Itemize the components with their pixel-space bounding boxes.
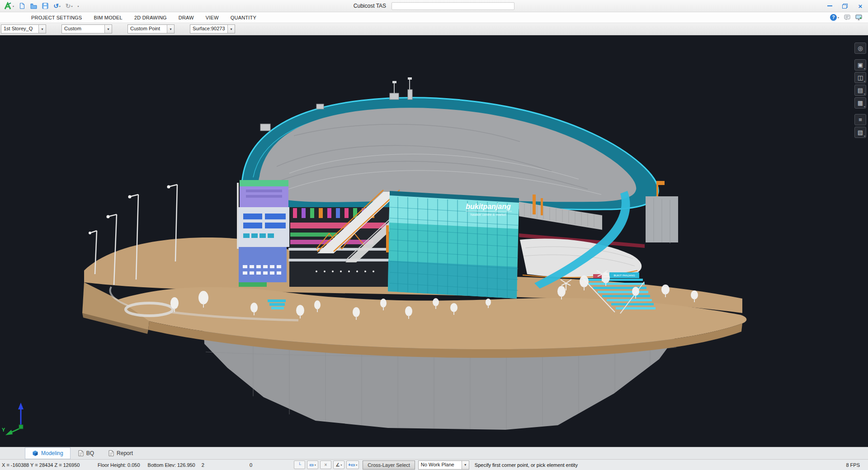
ortho-icon: └ bbox=[298, 462, 301, 467]
view-tools-group: ▣ ▾ ◫ ▾ ▤ ▾ ▦ ▾ bbox=[854, 59, 866, 109]
surface-select-value: Surface:90273 bbox=[190, 25, 227, 33]
new-file-icon bbox=[19, 3, 25, 9]
surface-select[interactable]: Surface:90273 ▾ bbox=[190, 24, 235, 33]
orbit-icon: ◎ bbox=[858, 45, 863, 52]
redo-icon: ↻ bbox=[66, 3, 71, 9]
tab-bq-label: BQ bbox=[86, 450, 94, 456]
save-floppy-icon bbox=[42, 3, 48, 9]
minimize-icon bbox=[827, 5, 832, 6]
new-file-button[interactable] bbox=[19, 2, 26, 9]
building-sign-title: bukitpanjang bbox=[466, 203, 511, 210]
customize-toolbar-button[interactable]: ▾ bbox=[77, 4, 80, 8]
visual-style-button[interactable]: ▤ ▾ bbox=[854, 85, 866, 96]
app-menu-button[interactable]: ▾ bbox=[3, 1, 14, 10]
coord-input-icon: +▭ bbox=[348, 462, 355, 467]
tab-modeling-label: Modeling bbox=[41, 450, 63, 456]
glass-facade: bukitpanjang hawker centre & market bbox=[386, 191, 519, 299]
tab-modeling[interactable]: Modeling bbox=[25, 447, 71, 459]
help-icon: ? bbox=[830, 14, 837, 21]
snap-toggle-button[interactable]: × bbox=[320, 461, 331, 469]
work-plane-select[interactable]: No Work Plane ▾ bbox=[418, 461, 469, 470]
tab-report-label: Report bbox=[117, 450, 133, 456]
storey-select[interactable]: 1st Storey_Q ▾ bbox=[1, 24, 46, 33]
view-cube-button[interactable]: ▣ ▾ bbox=[854, 59, 866, 71]
building-roof bbox=[242, 77, 658, 209]
chevron-down-icon: ▾ bbox=[340, 463, 342, 466]
chevron-down-icon: ▾ bbox=[864, 134, 865, 138]
building-left-tower bbox=[237, 180, 289, 287]
element-panel-button[interactable]: ▧ ▾ bbox=[854, 127, 866, 138]
redo-button[interactable]: ↻ ▾ bbox=[65, 2, 73, 9]
quick-access-toolbar: ▾ ↺ bbox=[0, 1, 80, 10]
open-file-button[interactable] bbox=[30, 3, 38, 9]
axis-y-label: Y bbox=[2, 427, 5, 432]
chevron-down-icon: ▾ bbox=[13, 5, 14, 8]
orbit-view-button[interactable]: ◎ bbox=[854, 43, 866, 54]
context-toolbar: 1st Storey_Q ▾ Custom ▾ Custom Point ▾ S… bbox=[0, 23, 868, 35]
chevron-down-icon[interactable]: ▾ bbox=[227, 25, 235, 33]
stairs-sign-label: BUKIT PANJANG bbox=[613, 274, 635, 277]
tab-bq[interactable]: BQ bbox=[71, 447, 101, 459]
restore-icon bbox=[842, 4, 848, 9]
app-logo-icon bbox=[3, 2, 12, 10]
snap-off-icon: × bbox=[325, 462, 327, 467]
element-select-value: Custom bbox=[62, 25, 104, 33]
undo-button[interactable]: ↺ ▾ bbox=[53, 2, 61, 9]
menu-view[interactable]: VIEW bbox=[200, 12, 225, 23]
ortho-mode-button[interactable]: └ bbox=[294, 461, 305, 469]
angle-snap-button[interactable]: ∠ ▾ bbox=[333, 461, 344, 469]
model-3d-view[interactable]: bukitpanjang hawker centre & market bbox=[0, 35, 868, 447]
viewport-3d[interactable]: bukitpanjang hawker centre & market bbox=[0, 35, 868, 447]
open-folder-icon bbox=[30, 3, 37, 9]
chevron-down-icon[interactable]: ▾ bbox=[104, 25, 112, 33]
menu-2d-drawing[interactable]: 2D DRAWING bbox=[128, 12, 173, 23]
title-bar: ▾ ↺ bbox=[0, 0, 868, 12]
menu-bar: PROJECT SETTINGS BIM MODEL 2D DRAWING DR… bbox=[0, 12, 868, 23]
save-button[interactable] bbox=[42, 2, 49, 9]
help-button[interactable]: ? ▾ bbox=[830, 14, 839, 21]
monitor-icon bbox=[855, 14, 862, 20]
count-field-b: 0 bbox=[250, 462, 252, 468]
menu-project-settings[interactable]: PROJECT SETTINGS bbox=[25, 12, 88, 23]
building-sign-subtitle: hawker centre & market bbox=[470, 213, 506, 217]
chevron-down-icon: ▾ bbox=[864, 92, 865, 95]
layers-button[interactable]: ≡ bbox=[854, 114, 866, 125]
chevron-down-icon: ▾ bbox=[78, 5, 79, 8]
snap-tool-cluster: └ ▭ ▾ × ∠ ▾ +▭ ▾ bbox=[294, 461, 359, 469]
chevron-down-icon: ▾ bbox=[838, 16, 839, 19]
command-prompt: Specify first corner point, or pick elem… bbox=[475, 462, 578, 468]
axis-gizmo: Y bbox=[2, 403, 24, 435]
section-box-button[interactable]: ▦ ▾ bbox=[854, 97, 866, 109]
layer-tools-group: ≡ ▧ ▾ bbox=[854, 114, 866, 138]
floor-height-label: Floor Height: 0.050 bbox=[98, 462, 140, 468]
status-bar: X = -160388 Y = 28434 Z = 126950 Floor H… bbox=[0, 459, 868, 470]
element-select[interactable]: Custom ▾ bbox=[61, 24, 112, 33]
window-select-button[interactable]: ▭ ▾ bbox=[307, 461, 318, 469]
element-panel-icon: ▧ bbox=[858, 129, 863, 136]
view-cube-icon: ▣ bbox=[858, 62, 863, 68]
menu-quantity[interactable]: QUANTITY bbox=[225, 12, 262, 23]
menu-bim-model[interactable]: BIM MODEL bbox=[88, 12, 128, 23]
coordinate-input-button[interactable]: +▭ ▾ bbox=[346, 461, 359, 469]
title-area: Cubicost TAS bbox=[0, 0, 868, 12]
chevron-down-icon[interactable]: ▾ bbox=[38, 25, 46, 33]
menu-draw[interactable]: DRAW bbox=[173, 12, 200, 23]
remote-assist-button[interactable] bbox=[855, 14, 862, 20]
tab-report[interactable]: Report bbox=[102, 447, 140, 459]
minimize-button[interactable] bbox=[822, 0, 837, 12]
feedback-button[interactable] bbox=[844, 14, 850, 20]
point-mode-select[interactable]: Custom Point ▾ bbox=[127, 24, 175, 33]
cross-layer-select-button[interactable]: Cross-Layer Select bbox=[363, 461, 415, 470]
application-window: ▾ ↺ bbox=[0, 0, 868, 470]
chevron-down-icon[interactable]: ▾ bbox=[167, 25, 174, 33]
count-field-a: 2 bbox=[202, 462, 204, 468]
bottom-elev-label: Bottom Elev: 126.950 bbox=[148, 462, 195, 468]
undo-icon: ↺ bbox=[53, 3, 59, 9]
restore-button[interactable] bbox=[837, 0, 853, 12]
close-button[interactable]: × bbox=[853, 0, 868, 12]
visual-style-icon: ▤ bbox=[858, 87, 863, 94]
viewport-tool-column: ◎ ▣ ▾ ◫ ▾ ▤ ▾ ▦ ▾ bbox=[854, 43, 866, 138]
display-style-button[interactable]: ◫ ▾ bbox=[854, 72, 866, 83]
chevron-down-icon[interactable]: ▾ bbox=[462, 461, 469, 469]
title-search-box[interactable] bbox=[392, 2, 514, 10]
